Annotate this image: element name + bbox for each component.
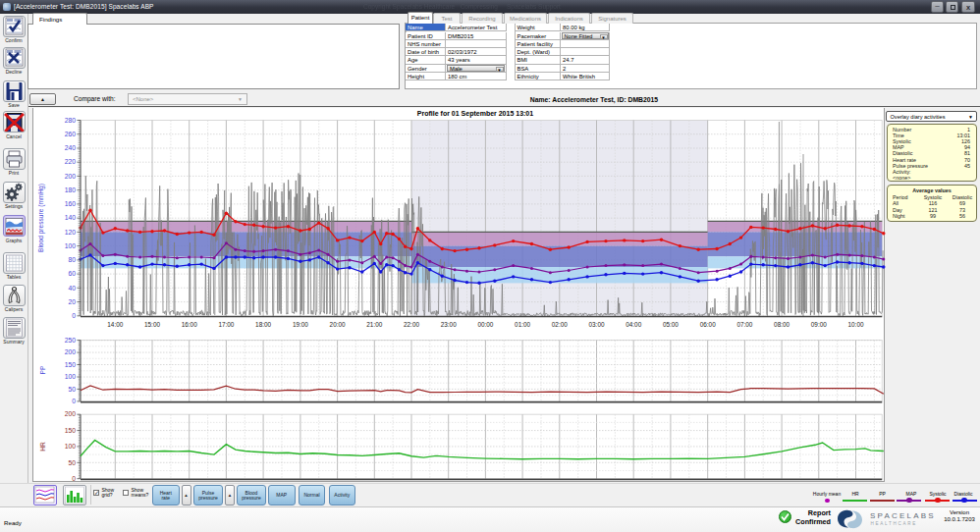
svg-text:07:00: 07:00	[736, 321, 752, 328]
svg-text:50: 50	[68, 386, 76, 393]
svg-text:200: 200	[65, 348, 77, 355]
svg-text:260: 260	[65, 131, 77, 137]
svg-text:23:00: 23:00	[441, 321, 457, 328]
svg-text:200: 200	[65, 410, 77, 417]
svg-text:120: 120	[65, 229, 77, 236]
svg-text:100: 100	[65, 443, 77, 450]
svg-text:03:00: 03:00	[589, 321, 605, 328]
svg-text:100: 100	[65, 242, 77, 249]
svg-text:150: 150	[65, 427, 77, 434]
svg-text:0: 0	[72, 398, 76, 404]
svg-text:08:00: 08:00	[774, 321, 789, 328]
svg-text:40: 40	[68, 285, 76, 292]
svg-text:17:00: 17:00	[218, 321, 234, 328]
svg-text:06:00: 06:00	[700, 321, 716, 328]
svg-text:04:00: 04:00	[626, 321, 641, 328]
svg-text:01:00: 01:00	[515, 321, 530, 328]
svg-text:05:00: 05:00	[663, 321, 679, 328]
svg-text:PP: PP	[39, 365, 46, 374]
svg-text:0: 0	[72, 312, 76, 319]
svg-text:19:00: 19:00	[293, 321, 308, 328]
svg-text:50: 50	[68, 459, 76, 466]
svg-text:280: 280	[65, 117, 77, 124]
svg-text:20:00: 20:00	[330, 321, 346, 328]
svg-text:10:00: 10:00	[848, 321, 864, 328]
svg-text:22:00: 22:00	[404, 321, 419, 328]
svg-text:00:00: 00:00	[477, 321, 493, 328]
svg-text:150: 150	[65, 361, 77, 368]
svg-text:180: 180	[65, 186, 77, 193]
svg-text:02:00: 02:00	[552, 321, 568, 328]
svg-text:160: 160	[65, 200, 77, 207]
svg-text:200: 200	[65, 173, 77, 180]
svg-text:240: 240	[65, 144, 77, 151]
svg-text:Blood pressure (mmHg): Blood pressure (mmHg)	[37, 184, 45, 252]
svg-text:HR: HR	[39, 442, 46, 452]
svg-text:250: 250	[65, 337, 77, 344]
svg-text:09:00: 09:00	[811, 321, 827, 328]
svg-text:220: 220	[65, 158, 77, 165]
svg-text:15:00: 15:00	[144, 321, 160, 328]
svg-text:60: 60	[68, 270, 76, 277]
svg-text:21:00: 21:00	[366, 321, 382, 328]
svg-text:100: 100	[65, 373, 77, 380]
svg-text:16:00: 16:00	[182, 321, 197, 328]
svg-text:0: 0	[72, 475, 76, 482]
svg-text:20: 20	[68, 298, 76, 305]
svg-text:18:00: 18:00	[255, 321, 271, 328]
svg-text:140: 140	[65, 214, 77, 221]
svg-text:14:00: 14:00	[107, 321, 123, 328]
svg-text:80: 80	[68, 256, 76, 263]
